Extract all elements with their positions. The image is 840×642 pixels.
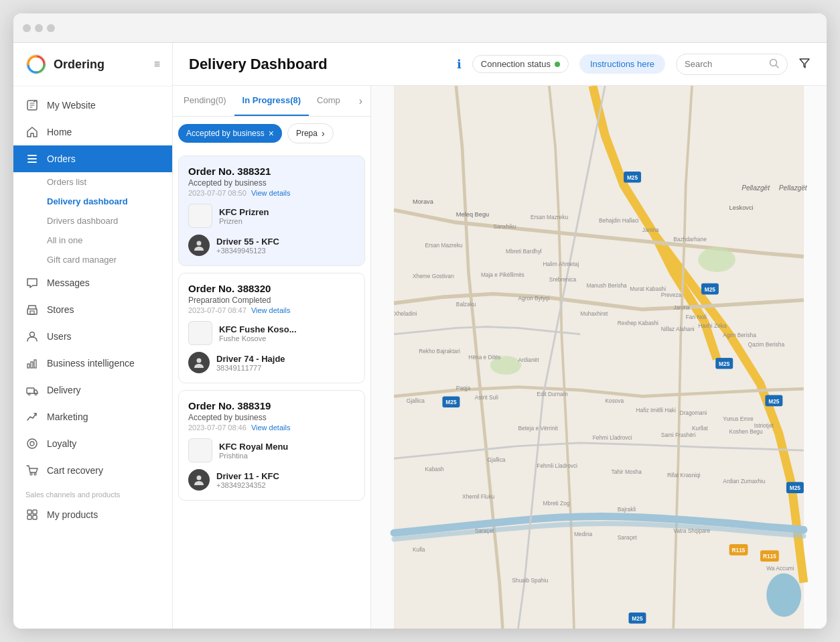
sidebar-item-cart-recovery[interactable]: Cart recovery	[13, 457, 172, 484]
my-products-icon	[25, 508, 39, 521]
sidebar-item-cart-recovery-label: Cart recovery	[47, 465, 103, 476]
app-window: Ordering ≡ My Website Home	[13, 13, 827, 629]
restaurant-city-388320: Fushe Kosove	[219, 334, 297, 342]
loyalty-icon	[25, 437, 39, 450]
svg-point-17	[30, 473, 32, 475]
connection-status-label: Connection status	[481, 59, 551, 69]
sidebar-item-business-intelligence[interactable]: Business intelligence	[13, 350, 172, 377]
orders-icon	[25, 152, 39, 166]
view-details-388321[interactable]: View details	[251, 189, 291, 197]
restaurant-name-388320: KFC Fushe Koso...	[219, 324, 297, 334]
tab-more-button[interactable]: ›	[354, 88, 368, 114]
instructions-button[interactable]: Instructions here	[579, 54, 665, 74]
sidebar-collapse-button[interactable]: ≡	[154, 58, 160, 70]
restaurant-thumb-388320	[188, 321, 212, 345]
view-details-388319[interactable]: View details	[251, 424, 291, 432]
svg-text:Haxhi Zeka: Haxhi Zeka	[698, 322, 726, 329]
driver-name-388319: Driver 11 - KFC	[216, 471, 279, 481]
filter-chips: Accepted by business × Prepa ›	[173, 117, 370, 150]
sidebar-item-drivers-dashboard[interactable]: Drivers dashboard	[47, 211, 172, 231]
svg-text:Maja e Pikëllimës: Maja e Pikëllimës	[481, 271, 524, 278]
order-time-388321: 2023-07-07 08:50 View details	[188, 189, 355, 197]
svg-text:M25: M25	[632, 615, 643, 622]
svg-text:Ersan Mazreku: Ersan Mazreku	[531, 214, 568, 220]
svg-text:Rexhep Kabashi: Rexhep Kabashi	[618, 320, 658, 326]
svg-rect-11	[34, 360, 36, 368]
sidebar-item-my-products[interactable]: My products	[13, 501, 172, 528]
svg-rect-19	[27, 510, 31, 514]
svg-text:Xheme Gostivarı: Xheme Gostivarı	[413, 273, 454, 279]
driver-avatar-388319	[188, 469, 210, 491]
sidebar-item-home-label: Home	[47, 127, 72, 137]
svg-rect-9	[27, 364, 29, 368]
order-number-388320: Order No. 388320	[188, 283, 355, 294]
restaurant-city-388319: Prishtina	[219, 452, 288, 460]
sidebar-item-my-products-label: My products	[47, 509, 98, 520]
sidebar-item-my-website[interactable]: My Website	[13, 92, 172, 119]
page-title: Delivery Dashboard	[189, 56, 328, 73]
sidebar-item-orders[interactable]: Orders	[13, 145, 172, 172]
sidebar-item-my-website-label: My Website	[47, 100, 96, 111]
tab-pending[interactable]: Pending(0)	[176, 86, 234, 116]
titlebar-dot-3	[47, 24, 55, 32]
map-area[interactable]: M25 M25 M25 M25 M25 R115	[371, 86, 827, 629]
chip-accepted-by-business[interactable]: Accepted by business ×	[178, 124, 282, 143]
svg-text:M25: M25	[790, 485, 801, 491]
sidebar-item-gift-card-manager[interactable]: Gift card manager	[47, 250, 172, 269]
svg-rect-20	[33, 510, 37, 514]
orders-submenu: Orders list Delivery dashboard Drivers d…	[13, 172, 172, 269]
svg-text:Meleq Begu: Meleq Begu	[456, 211, 489, 218]
connection-status: Connection status	[472, 55, 569, 73]
svg-text:Edit Durnam: Edit Durnam	[537, 391, 567, 397]
filter-icon[interactable]	[798, 57, 811, 72]
sidebar-item-messages[interactable]: Messages	[13, 269, 172, 296]
svg-text:Paqja: Paqja	[456, 385, 471, 391]
svg-text:Medina: Medina	[574, 531, 593, 537]
info-icon[interactable]: ℹ	[457, 57, 462, 72]
tabs-row: Pending(0) In Progress(8) Comp ›	[173, 86, 370, 117]
stores-icon	[25, 303, 39, 316]
driver-phone-388320: 38349111777	[216, 364, 285, 372]
svg-point-8	[30, 332, 35, 337]
order-time-388319: 2023-07-07 08:46 View details	[188, 424, 355, 432]
order-card-388320[interactable]: Order No. 388320 Preparation Completed 2…	[178, 273, 365, 383]
sidebar-item-loyalty[interactable]: Loyalty	[13, 430, 172, 457]
main-content: Delivery Dashboard ℹ Connection status I…	[173, 43, 827, 629]
sidebar-item-all-in-one[interactable]: All in one	[47, 231, 172, 250]
svg-text:Kosova: Kosova	[605, 397, 624, 404]
messages-icon	[25, 276, 39, 290]
order-card-388319[interactable]: Order No. 388319 Accepted by business 20…	[178, 390, 365, 501]
tab-completed[interactable]: Comp	[309, 86, 348, 116]
svg-text:Koshen Begu: Koshen Begu	[729, 428, 763, 435]
sidebar-item-orders-list[interactable]: Orders list	[47, 172, 172, 192]
svg-text:Saraçet: Saraçet	[618, 534, 637, 541]
order-time-388320: 2023-07-07 08:47 View details	[188, 306, 355, 314]
sidebar-item-delivery[interactable]: Delivery	[13, 377, 172, 403]
titlebar	[13, 13, 827, 43]
search-input[interactable]	[685, 59, 765, 69]
driver-avatar-388320	[188, 352, 210, 373]
svg-text:Behajdin Hallaci: Behajdin Hallaci	[599, 217, 639, 224]
svg-text:Hëna e Ditës: Hëna e Ditës	[468, 354, 500, 361]
svg-text:Fan Noli: Fan Noli	[686, 314, 707, 320]
sidebar-item-stores[interactable]: Stores	[13, 296, 172, 323]
svg-text:Ersan Mazreku: Ersan Mazreku	[425, 242, 463, 249]
sidebar-item-delivery-label: Delivery	[47, 385, 81, 395]
order-card-388321[interactable]: Order No. 388321 Accepted by business 20…	[178, 155, 365, 266]
order-status-388319: Accepted by business	[188, 413, 355, 422]
tab-in-progress[interactable]: In Progress(8)	[234, 86, 309, 116]
svg-line-24	[776, 65, 779, 68]
sidebar-item-delivery-dashboard[interactable]: Delivery dashboard	[47, 192, 172, 211]
svg-text:M25: M25	[445, 399, 457, 405]
sidebar-item-marketing[interactable]: Marketing	[13, 403, 172, 430]
sidebar-item-home[interactable]: Home	[13, 119, 172, 145]
orders-panel: Pending(0) In Progress(8) Comp › Accepte…	[173, 86, 371, 629]
chip-accepted-remove[interactable]: ×	[269, 128, 274, 139]
sidebar-item-users[interactable]: Users	[13, 323, 172, 350]
svg-text:Morava: Morava	[413, 198, 434, 205]
chip-prepa[interactable]: Prepa ›	[287, 123, 334, 143]
svg-text:Halim Ahmetaj: Halim Ahmetaj	[543, 261, 579, 267]
svg-rect-21	[27, 515, 31, 519]
marketing-icon	[25, 410, 39, 424]
view-details-388320[interactable]: View details	[251, 306, 291, 314]
